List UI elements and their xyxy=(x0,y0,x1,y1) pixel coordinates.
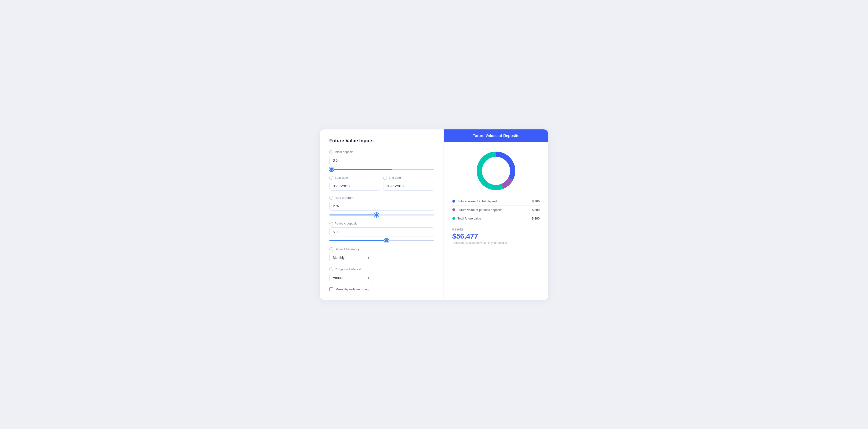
periodic-deposit-slider[interactable] xyxy=(329,240,434,241)
legend-area: Future value of initial deposit $ 300 Fu… xyxy=(444,197,549,223)
periodic-deposit-slider-container xyxy=(329,238,434,242)
results-value: $56,477 xyxy=(452,232,540,240)
deposit-frequency-select[interactable]: Daily Weekly Monthly Quarterly Annually xyxy=(329,253,372,262)
legend-value-blue: $ 300 xyxy=(532,199,540,203)
compound-interest-select-wrapper: Daily Monthly Quarterly Annual ▾ xyxy=(329,273,372,282)
legend-item-blue: Future value of initial deposit $ 300 xyxy=(452,197,540,206)
initial-deposit-info-icon[interactable]: i xyxy=(329,150,333,154)
recurring-checkbox[interactable] xyxy=(329,288,333,291)
recurring-label: Make deposits recurring xyxy=(336,288,369,291)
results-sub: This is the total future value of your d… xyxy=(452,241,540,244)
start-date-label: i Start date xyxy=(329,176,380,180)
end-date-input[interactable] xyxy=(383,182,434,191)
legend-left-blue: Future value of initial deposit xyxy=(452,199,497,203)
start-date-input[interactable] xyxy=(329,182,380,191)
panel-header: Future Value Inputs ··· xyxy=(329,138,434,143)
results-area: Results $56,477 This is the total future… xyxy=(444,223,549,244)
start-date-info-icon[interactable]: i xyxy=(329,176,333,180)
donut-chart xyxy=(474,150,518,192)
legend-text-purple: Future value of periodic deposits xyxy=(458,208,502,212)
legend-dot-blue xyxy=(452,200,455,203)
date-group: i Start date i End date xyxy=(329,176,434,191)
end-date-info-icon[interactable]: i xyxy=(383,176,387,180)
legend-item-teal: Total future value $ 300 xyxy=(452,214,540,223)
legend-text-blue: Future value of initial deposit xyxy=(458,199,497,203)
periodic-deposit-label: i Periodic deposit xyxy=(329,222,434,226)
initial-deposit-group: i Initial deposit xyxy=(329,150,434,171)
rate-of-return-slider-container xyxy=(329,212,434,217)
legend-value-teal: $ 300 xyxy=(532,217,540,220)
left-panel: Future Value Inputs ··· i Initial deposi… xyxy=(320,129,444,300)
periodic-deposit-input[interactable] xyxy=(329,227,434,236)
initial-deposit-slider[interactable] xyxy=(329,169,434,170)
initial-deposit-slider-container xyxy=(329,166,434,171)
rate-of-return-group: i Rate of return xyxy=(329,196,434,217)
main-card: Future Value Inputs ··· i Initial deposi… xyxy=(319,129,549,300)
rate-of-return-info-icon[interactable]: i xyxy=(329,196,333,200)
chart-header: Future Values of Deposits xyxy=(444,129,549,142)
legend-dot-teal xyxy=(452,217,455,220)
deposit-frequency-select-wrapper: Daily Weekly Monthly Quarterly Annually … xyxy=(329,253,372,262)
start-date-field: i Start date xyxy=(329,176,380,191)
right-panel: Future Values of Deposits Future value o… xyxy=(444,129,549,300)
deposit-frequency-info-icon[interactable]: i xyxy=(329,248,333,251)
initial-deposit-input[interactable] xyxy=(329,156,434,165)
periodic-deposit-group: i Periodic deposit xyxy=(329,222,434,242)
end-date-label: i End date xyxy=(383,176,434,180)
legend-text-teal: Total future value xyxy=(458,217,481,220)
date-row: i Start date i End date xyxy=(329,176,434,191)
legend-dot-purple xyxy=(452,208,455,211)
legend-item-purple: Future value of periodic deposits $ 300 xyxy=(452,206,540,214)
deposit-frequency-group: i Deposit frequency Daily Weekly Monthly… xyxy=(329,248,434,262)
panel-title: Future Value Inputs xyxy=(329,138,374,143)
more-icon[interactable]: ··· xyxy=(429,138,434,143)
recurring-checkbox-row: Make deposits recurring xyxy=(329,288,434,291)
periodic-deposit-info-icon[interactable]: i xyxy=(329,222,333,226)
deposit-frequency-label: i Deposit frequency xyxy=(329,248,434,251)
rate-of-return-input[interactable] xyxy=(329,202,434,211)
legend-left-teal: Total future value xyxy=(452,217,481,220)
initial-deposit-label: i Initial deposit xyxy=(329,150,434,154)
compound-interest-label: i Compound interest xyxy=(329,267,434,271)
compound-interest-group: i Compound interest Daily Monthly Quarte… xyxy=(329,267,434,282)
compound-interest-select[interactable]: Daily Monthly Quarterly Annual xyxy=(329,273,372,282)
results-label: Results xyxy=(452,227,540,231)
legend-value-purple: $ 300 xyxy=(532,208,540,212)
chart-area xyxy=(444,142,549,197)
rate-of-return-label: i Rate of return xyxy=(329,196,434,200)
rate-of-return-slider[interactable] xyxy=(329,214,434,216)
end-date-field: i End date xyxy=(383,176,434,191)
compound-interest-info-icon[interactable]: i xyxy=(329,267,333,271)
legend-left-purple: Future value of periodic deposits xyxy=(452,208,502,212)
chart-title: Future Values of Deposits xyxy=(473,134,519,138)
